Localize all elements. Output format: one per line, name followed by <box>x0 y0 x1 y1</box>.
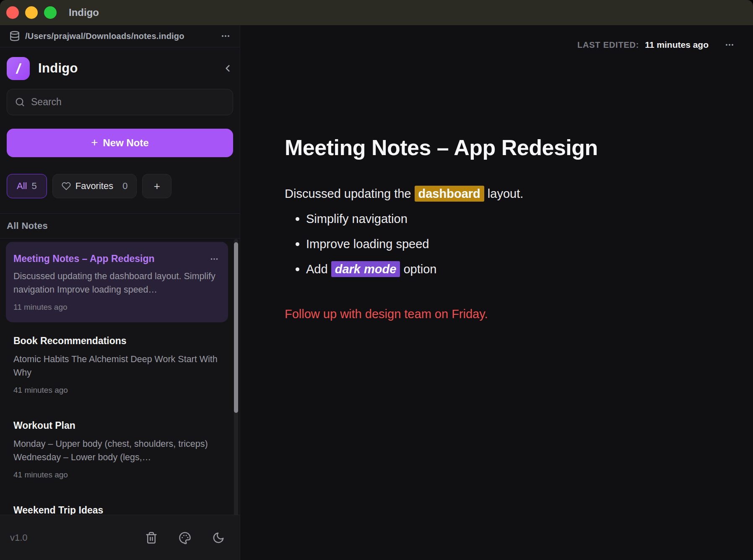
note-timestamp: 11 minutes ago <box>13 302 219 312</box>
close-window-button[interactable] <box>6 6 19 19</box>
filter-pills: All 5 Favorites 0 + <box>7 174 233 198</box>
note-title: Meeting Notes – App Redesign <box>13 252 210 265</box>
collapse-sidebar-icon[interactable] <box>222 63 233 74</box>
new-note-button[interactable]: + New Note <box>7 129 233 157</box>
app-name: Indigo <box>38 61 78 76</box>
filter-favorites-label: Favorites <box>75 181 113 192</box>
bullet-item[interactable]: Simplify navigation <box>285 210 703 228</box>
plus-icon: + <box>154 180 160 193</box>
section-header: All Notes <box>0 213 240 239</box>
followup-note[interactable]: Follow up with design team on Friday. <box>285 305 703 323</box>
scrollbar-thumb[interactable] <box>234 242 238 413</box>
theme-palette-icon[interactable] <box>179 531 191 544</box>
editor-pane: LAST EDITED: 11 minutes ago Meeting Note… <box>240 25 753 560</box>
bullet-item[interactable]: Improve loading speed <box>285 235 703 253</box>
file-path-bar: /Users/prajwal/Downloads/notes.indigo <box>0 25 240 47</box>
path-more-icon[interactable] <box>221 31 231 41</box>
gold-highlight: dashboard <box>415 186 484 202</box>
note-item[interactable]: Workout Plan Monday – Upper body (chest,… <box>0 407 240 492</box>
paragraph-text: layout. <box>484 187 524 200</box>
trash-icon[interactable] <box>145 531 158 544</box>
bullet-text: Add <box>306 262 331 276</box>
note-more-icon[interactable] <box>210 252 219 264</box>
last-edited-label: LAST EDITED: <box>577 40 639 50</box>
filter-favorites-count: 0 <box>122 181 127 192</box>
filter-all-count: 5 <box>31 181 36 192</box>
search-box <box>7 89 233 115</box>
filter-favorites[interactable]: Favorites 0 <box>52 174 137 198</box>
note-paragraph[interactable]: Discussed updating the dashboard layout. <box>285 184 703 203</box>
note-item-active[interactable]: Meeting Notes – App Redesign Discussed u… <box>6 242 228 322</box>
sidebar: /Users/prajwal/Downloads/notes.indigo / … <box>0 25 240 560</box>
editor-header: LAST EDITED: 11 minutes ago <box>577 40 735 50</box>
database-icon <box>9 31 20 41</box>
titlebar: Indigo <box>0 0 753 25</box>
bullet-list: Simplify navigation Improve loading spee… <box>285 210 703 278</box>
purple-highlight: dark mode <box>331 261 400 277</box>
plus-icon: + <box>91 137 98 148</box>
note-preview: Atomic Habits The Alchemist Deep Work St… <box>13 353 223 379</box>
dark-mode-moon-icon[interactable] <box>212 531 225 544</box>
last-edited-value: 11 minutes ago <box>645 40 709 50</box>
add-filter-button[interactable]: + <box>142 174 171 198</box>
app-window: Indigo /Users/prajwal/Downloads/notes.in… <box>0 0 753 560</box>
note-title: Workout Plan <box>13 419 223 432</box>
note-timestamp: 41 minutes ago <box>13 385 223 395</box>
section-title: All Notes <box>7 220 48 231</box>
filter-all[interactable]: All 5 <box>7 174 47 198</box>
search-input[interactable] <box>31 96 225 108</box>
new-note-label: New Note <box>103 137 149 149</box>
zoom-window-button[interactable] <box>44 6 57 19</box>
window-title: Indigo <box>69 7 99 18</box>
note-title: Book Recommendations <box>13 334 223 347</box>
app-logo: / <box>7 57 30 80</box>
note-preview: Discussed updating the dashboard layout.… <box>13 270 219 296</box>
note-timestamp: 41 minutes ago <box>13 470 223 480</box>
note-preview: Monday – Upper body (chest, shoulders, t… <box>13 437 223 464</box>
bullet-item[interactable]: Add dark mode option <box>285 260 703 278</box>
note-item[interactable]: Book Recommendations Atomic Habits The A… <box>0 322 240 407</box>
filter-all-label: All <box>17 181 27 192</box>
note-editor[interactable]: Meeting Notes – App Redesign Discussed u… <box>285 135 703 323</box>
version-label: v1.0 <box>10 532 28 543</box>
minimize-window-button[interactable] <box>25 6 38 19</box>
notes-list: Meeting Notes – App Redesign Discussed u… <box>0 239 240 560</box>
brand-row: / Indigo <box>7 57 233 80</box>
editor-more-icon[interactable] <box>724 40 735 50</box>
file-path: /Users/prajwal/Downloads/notes.indigo <box>25 31 184 41</box>
search-icon <box>15 97 25 107</box>
paragraph-text: Discussed updating the <box>285 187 415 200</box>
bullet-text: option <box>400 262 436 276</box>
sidebar-footer: v1.0 <box>0 515 240 560</box>
heart-icon <box>62 181 71 191</box>
note-title-heading[interactable]: Meeting Notes – App Redesign <box>285 135 703 160</box>
